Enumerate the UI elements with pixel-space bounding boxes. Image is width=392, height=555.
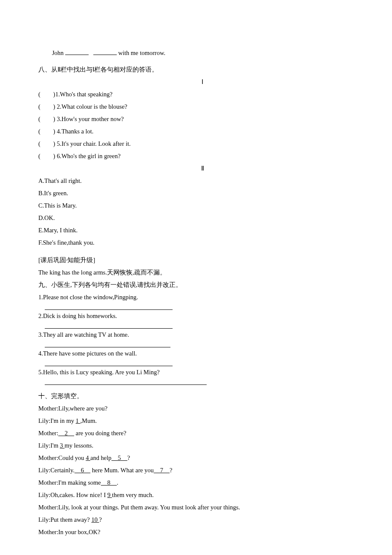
cloze-text: Lily:I'm in my — [38, 417, 76, 424]
fill-blank[interactable] — [93, 49, 117, 55]
match-item: ( ) 4.Thanks a lot. — [38, 125, 366, 138]
cloze-line: Mother:In your box,OK? — [38, 526, 366, 538]
supplement-line: [课后巩固·知能升级] — [38, 254, 366, 266]
cloze-text: ? — [99, 516, 102, 523]
spacer — [38, 249, 366, 254]
roman-2: Ⅱ — [38, 162, 366, 175]
fragment-suffix: with me tomorrow. — [118, 49, 165, 56]
cloze-text: them very much. — [112, 491, 154, 498]
cloze-blank[interactable]: 2 — [58, 430, 74, 436]
cloze-blank[interactable]: 10 — [91, 516, 99, 523]
match-answer: E.Mary, I think. — [38, 224, 366, 237]
cloze-text: Mother:I'm making some — [38, 479, 101, 486]
fill-blank[interactable] — [65, 49, 89, 55]
cloze-text: Lily:Put them away? — [38, 516, 91, 523]
cloze-line: Lily:I'm 3 my lessons. — [38, 439, 366, 452]
cloze-line: Lily:Put them away? 10 ? — [38, 514, 366, 526]
cloze-blank[interactable]: 5 — [112, 454, 127, 461]
cloze-line: Lily:I'm in my 1 ,Mum. — [38, 415, 366, 427]
spacer — [38, 385, 366, 390]
cloze-blank[interactable]: 7 — [154, 467, 170, 474]
correction-blank[interactable] — [45, 360, 173, 366]
cloze-text: and help — [90, 454, 112, 461]
cloze-blank[interactable]: 6 — [75, 467, 90, 474]
cloze-text: Lily:Certainly. — [38, 467, 75, 474]
match-item: ( )1.Who's that speaking? — [38, 88, 366, 101]
cloze-text: Lily:I'm — [38, 442, 60, 449]
match-answer: C.This is Mary. — [38, 199, 366, 212]
cloze-text: are you doing there? — [74, 430, 126, 436]
cloze-text: . — [117, 479, 118, 486]
cloze-blank[interactable]: 1 — [76, 417, 81, 424]
cloze-line: Mother: 2 are you doing there? — [38, 427, 366, 439]
cloze-text: Lily:Oh,cakes. How nice! I — [38, 491, 107, 498]
section-10-heading: 十、完形填空。 — [38, 390, 366, 402]
match-item: ( ) 3.How's your mother now? — [38, 113, 366, 125]
roman-1: Ⅰ — [38, 76, 366, 88]
cloze-blank[interactable]: 9 — [107, 491, 112, 498]
correction-blank[interactable] — [45, 341, 170, 347]
cloze-text: Mother: — [38, 430, 58, 436]
error-item: 5.Hello, this is Lucy speaking. Are you … — [38, 366, 366, 379]
cloze-text: Mother:Lily, look at your things. Put th… — [38, 504, 240, 511]
cloze-text: Mother:Could you — [38, 454, 86, 461]
error-item: 2.Dick is doing his homeworks. — [38, 310, 366, 322]
cloze-line: Mother:Could you 4 and help 5 ? — [38, 452, 366, 464]
cloze-line: Mother:Lily,where are you? — [38, 402, 366, 415]
correction-blank[interactable] — [45, 304, 173, 310]
proverb-line: The king has the long arms.天网恢恢,疏而不漏。 — [38, 266, 366, 279]
section-8-heading: 八、从Ⅱ栏中找出与Ⅰ栏各句相对应的答语。 — [38, 64, 366, 76]
cloze-text: here Mum. What are you — [90, 467, 154, 474]
cloze-line: Lily:Oh,cakes. How nice! I 9 them very m… — [38, 489, 366, 501]
error-item: 1.Please not close the window,Pingping. — [38, 291, 366, 304]
match-answer: D.OK. — [38, 212, 366, 224]
cloze-text: my lessons. — [64, 442, 93, 449]
correction-blank[interactable] — [45, 322, 173, 329]
match-item: ( ) 2.What colour is the blouse? — [38, 101, 366, 113]
match-answer: A.That's all right. — [38, 175, 366, 187]
error-item: 4.There have some pictures on the wall. — [38, 347, 366, 360]
match-answer: F.She's fine,thank you. — [38, 237, 366, 249]
cloze-blank[interactable]: 3 — [60, 442, 65, 449]
correction-blank[interactable] — [45, 379, 207, 385]
cloze-blank[interactable]: 4 — [86, 454, 90, 461]
cloze-text: Mother:Lily,where are you? — [38, 405, 107, 412]
cloze-line: Lily:Certainly. 6 here Mum. What are you… — [38, 464, 366, 477]
cloze-text: ,Mum. — [80, 417, 97, 424]
worksheet-page: John with me tomorrow. 八、从Ⅱ栏中找出与Ⅰ栏各句相对应的… — [0, 0, 392, 555]
error-item: 3.They all are watching TV at home. — [38, 329, 366, 341]
match-answer: B.It's green. — [38, 187, 366, 199]
fragment-line: John with me tomorrow. — [38, 47, 366, 59]
match-item: ( ) 6.Who's the girl in green? — [38, 150, 366, 162]
cloze-text: ? — [127, 454, 130, 461]
section-9-heading: 九、小医生,下列各句均有一处错误,请找出并改正。 — [38, 279, 366, 291]
fragment-prefix: John — [52, 49, 65, 56]
cloze-line: Mother:Lily, look at your things. Put th… — [38, 501, 366, 514]
cloze-text: ? — [170, 467, 172, 474]
match-item: ( ) 5.It's your chair. Look after it. — [38, 138, 366, 150]
cloze-text: Mother:In your box,OK? — [38, 529, 100, 535]
cloze-line: Mother:I'm making some 8 . — [38, 477, 366, 489]
cloze-blank[interactable]: 8 — [101, 479, 117, 486]
